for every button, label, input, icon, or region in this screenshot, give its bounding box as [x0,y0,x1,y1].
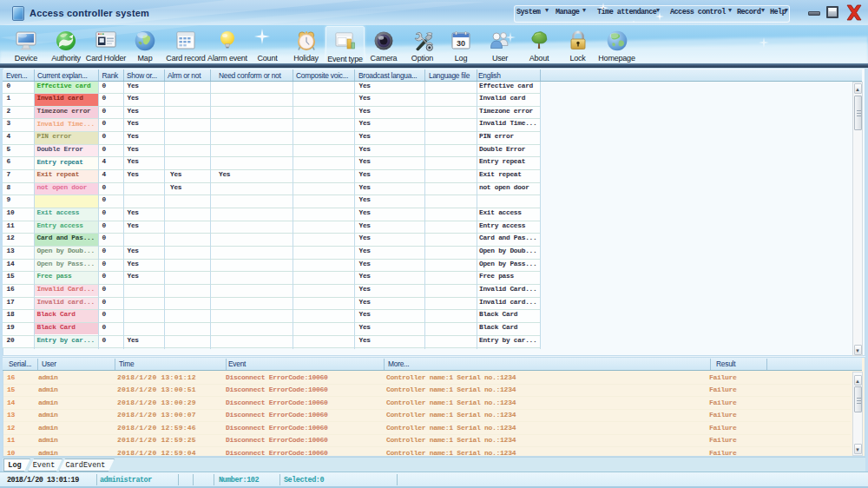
svg-text:30: 30 [457,39,465,48]
